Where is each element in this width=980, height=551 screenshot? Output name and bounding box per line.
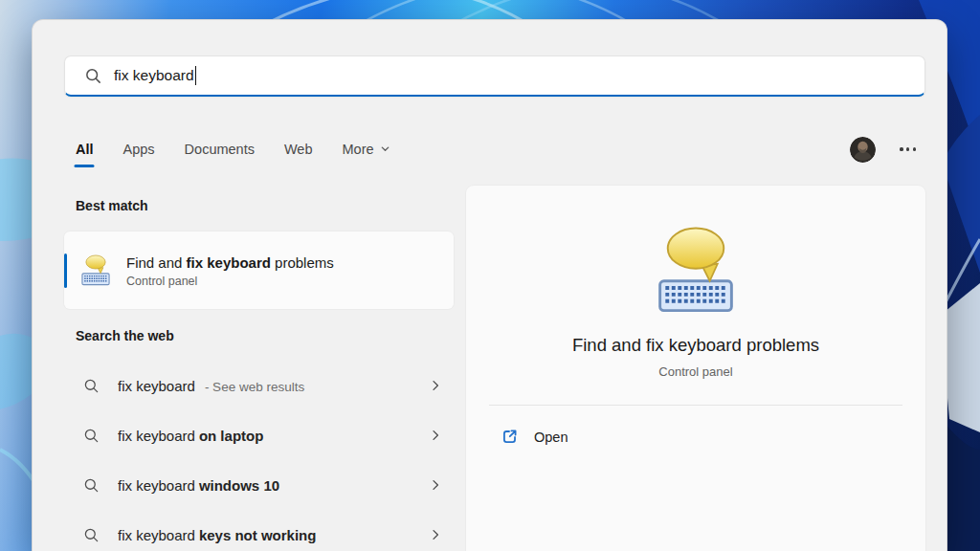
avatar-photo <box>850 137 876 163</box>
section-title-search-the-web: Search the web <box>76 328 174 343</box>
search-query-text: fix keyboard <box>114 67 194 84</box>
tab-more[interactable]: More <box>343 138 390 161</box>
open-action[interactable]: Open <box>501 428 568 446</box>
text-caret <box>195 66 197 85</box>
web-suggestion-row[interactable]: fix keyboardkeys not working <box>64 512 454 551</box>
web-suggestion-row[interactable]: fix keyboardwindows 10 <box>64 462 454 508</box>
keyboard-troubleshooter-icon <box>642 222 749 321</box>
section-title-best-match: Best match <box>76 198 147 213</box>
chevron-right-icon <box>431 378 440 393</box>
active-tab-underline <box>75 165 95 168</box>
chevron-right-icon <box>431 428 440 443</box>
preview-subtitle: Control panel <box>658 364 732 379</box>
search-input[interactable]: fix keyboard <box>64 55 925 97</box>
tab-documents[interactable]: Documents <box>185 138 255 161</box>
search-icon <box>83 428 100 444</box>
chevron-down-icon <box>380 143 390 154</box>
tab-all[interactable]: All <box>76 138 94 161</box>
search-icon <box>83 378 100 394</box>
search-icon <box>83 477 100 494</box>
search-flyout-panel: fix keyboard All Apps Documents Web More… <box>32 19 947 551</box>
tab-apps[interactable]: Apps <box>123 138 155 161</box>
selection-accent-bar <box>64 253 67 288</box>
web-suggestion-row[interactable]: fix keyboardon laptop <box>64 412 454 458</box>
web-suggestion-row[interactable]: fix keyboard- See web results <box>64 363 454 408</box>
chevron-right-icon <box>431 477 440 493</box>
more-options-button[interactable] <box>898 142 918 156</box>
open-external-icon <box>501 428 519 446</box>
search-icon <box>83 527 100 543</box>
search-filter-tabs: All Apps Documents Web More <box>76 128 918 170</box>
result-preview-pane: Find and fix keyboard problems Control p… <box>466 186 925 551</box>
search-icon <box>84 67 102 85</box>
chevron-right-icon <box>431 527 440 542</box>
open-label: Open <box>534 430 568 445</box>
preview-title: Find and fix keyboard problems <box>572 335 819 356</box>
best-match-title: Find and fix keyboard problems <box>126 253 334 273</box>
tab-web[interactable]: Web <box>284 138 313 161</box>
user-avatar[interactable] <box>850 137 876 163</box>
best-match-subtitle: Control panel <box>126 275 334 288</box>
divider <box>489 405 902 406</box>
best-match-result[interactable]: Find and fix keyboard problems Control p… <box>64 231 454 309</box>
keyboard-troubleshooter-icon <box>78 253 113 288</box>
